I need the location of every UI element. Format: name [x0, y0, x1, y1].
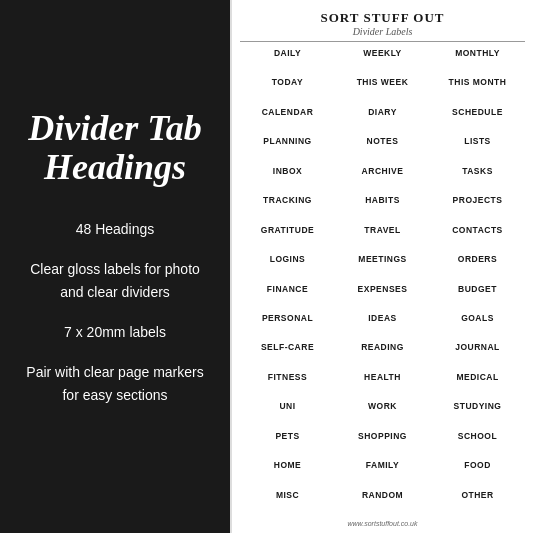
- label-item: STUDYING: [430, 399, 525, 427]
- label-item: CALENDAR: [240, 105, 335, 133]
- label-item: PETS: [240, 429, 335, 457]
- label-item: FOOD: [430, 458, 525, 486]
- label-item: TRACKING: [240, 193, 335, 221]
- label-item: SELF-CARE: [240, 340, 335, 368]
- feature-item: Clear gloss labels for photo and clear d…: [20, 258, 210, 303]
- label-item: EXPENSES: [335, 282, 430, 310]
- label-item: JOURNAL: [430, 340, 525, 368]
- feature-item: 7 x 20mm labels: [20, 321, 210, 343]
- label-item: RANDOM: [335, 488, 430, 516]
- label-item: WORK: [335, 399, 430, 427]
- label-item: BUDGET: [430, 282, 525, 310]
- label-item: UNI: [240, 399, 335, 427]
- label-item: ORDERS: [430, 252, 525, 280]
- label-item: GRATITUDE: [240, 223, 335, 251]
- label-item: CONTACTS: [430, 223, 525, 251]
- brand-title: Sort Stuff Out: [240, 10, 525, 26]
- labels-grid: DAILYWEEKLYMONTHLYTODAYTHIS WEEKTHIS MON…: [240, 46, 525, 516]
- label-item: GOALS: [430, 311, 525, 339]
- label-item: DIARY: [335, 105, 430, 133]
- label-item: MISC: [240, 488, 335, 516]
- label-item: ARCHIVE: [335, 164, 430, 192]
- label-item: PLANNING: [240, 134, 335, 162]
- website: www.sortstuffout.co.uk: [240, 520, 525, 527]
- label-item: THIS MONTH: [430, 75, 525, 103]
- label-item: PROJECTS: [430, 193, 525, 221]
- label-item: MEDICAL: [430, 370, 525, 398]
- label-item: PERSONAL: [240, 311, 335, 339]
- feature-item: Pair with clear page markers for easy se…: [20, 361, 210, 406]
- label-item: LISTS: [430, 134, 525, 162]
- label-item: FINANCE: [240, 282, 335, 310]
- label-item: HOME: [240, 458, 335, 486]
- label-item: FAMILY: [335, 458, 430, 486]
- label-item: INBOX: [240, 164, 335, 192]
- label-item: SCHEDULE: [430, 105, 525, 133]
- feature-text: 7 x 20mm labels: [64, 324, 166, 340]
- label-item: IDEAS: [335, 311, 430, 339]
- feature-item: 48 Headings: [20, 218, 210, 240]
- label-item: WEEKLY: [335, 46, 430, 74]
- label-item: MEETINGS: [335, 252, 430, 280]
- label-item: TODAY: [240, 75, 335, 103]
- feature-text: Clear gloss labels for photo and clear d…: [30, 261, 200, 299]
- label-item: NOTES: [335, 134, 430, 162]
- label-item: FITNESS: [240, 370, 335, 398]
- label-item: DAILY: [240, 46, 335, 74]
- label-item: HABITS: [335, 193, 430, 221]
- left-panel: Divider Tab Headings 48 HeadingsClear gl…: [0, 0, 230, 533]
- label-item: LOGINS: [240, 252, 335, 280]
- feature-text: 48 Headings: [76, 221, 155, 237]
- label-item: MONTHLY: [430, 46, 525, 74]
- label-item: HEALTH: [335, 370, 430, 398]
- feature-text: Pair with clear page markers for easy se…: [26, 364, 203, 402]
- main-title: Divider Tab Headings: [20, 109, 210, 188]
- label-item: TRAVEL: [335, 223, 430, 251]
- brand-subtitle: Divider Labels: [240, 26, 525, 42]
- right-panel: Sort Stuff Out Divider Labels DAILYWEEKL…: [230, 0, 533, 533]
- label-item: TASKS: [430, 164, 525, 192]
- label-item: READING: [335, 340, 430, 368]
- label-item: THIS WEEK: [335, 75, 430, 103]
- label-item: SHOPPING: [335, 429, 430, 457]
- features-list: 48 HeadingsClear gloss labels for photo …: [20, 218, 210, 424]
- label-item: SCHOOL: [430, 429, 525, 457]
- label-item: OTHER: [430, 488, 525, 516]
